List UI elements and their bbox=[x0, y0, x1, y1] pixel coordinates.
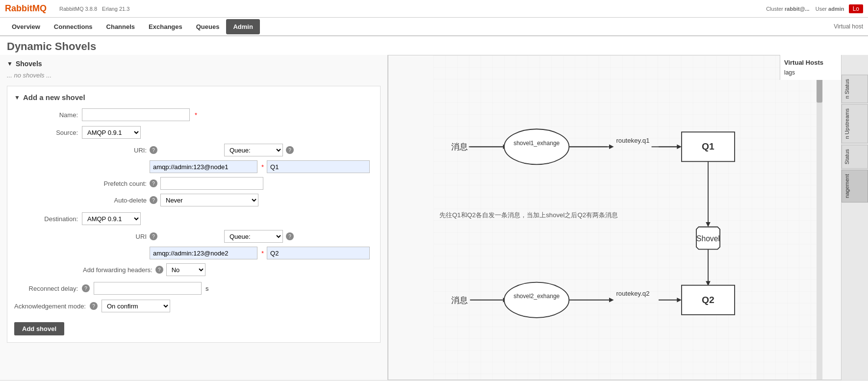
source-queue-input[interactable] bbox=[267, 160, 370, 173]
reconnect-help-icon[interactable]: ? bbox=[82, 284, 90, 292]
nav-overview[interactable]: Overview bbox=[5, 19, 47, 34]
nav-admin[interactable]: Admin bbox=[226, 19, 259, 34]
erlang-info: Erlang 21.3 bbox=[102, 6, 129, 12]
version-info: RabbitMQ 3.8.8 bbox=[59, 6, 97, 12]
fwd-headers-select[interactable]: No Yes bbox=[166, 263, 205, 276]
svg-text:Shovel: Shovel bbox=[696, 234, 720, 243]
destination-sub-form: URI ? Queue: Exchange: ? * bbox=[83, 230, 373, 276]
cluster-label: Cluster bbox=[766, 6, 783, 12]
svg-text:shovel2_exhange: shovel2_exhange bbox=[513, 293, 560, 300]
nav-exchanges[interactable]: Exchanges bbox=[142, 19, 189, 34]
source-uri-value-row: * bbox=[83, 160, 373, 173]
reconnect-row: Reconnect delay: ? s bbox=[14, 282, 373, 295]
add-shovel-section: ▼ Add a new shovel Name: * Source: AMQP … bbox=[7, 86, 381, 343]
svg-point-7 bbox=[504, 129, 569, 164]
shovels-arrow-icon: ▼ bbox=[7, 60, 13, 67]
main-layout: ▼ Shovels ... no shovels ... ▼ Add a new… bbox=[0, 55, 868, 380]
svg-text:Q2: Q2 bbox=[702, 295, 715, 305]
dest-uri-input[interactable] bbox=[150, 247, 257, 259]
add-shovel-button[interactable]: Add shovel bbox=[14, 322, 64, 335]
page-title: Dynamic Shovels bbox=[0, 36, 868, 55]
svg-text:Q1: Q1 bbox=[702, 141, 715, 152]
dest-uri-help-icon[interactable]: ? bbox=[150, 232, 157, 240]
dest-queue-type-help-icon[interactable]: ? bbox=[286, 232, 294, 240]
name-label: Name: bbox=[14, 111, 78, 119]
source-uri-label: URI: bbox=[83, 147, 147, 154]
name-row: Name: * bbox=[14, 108, 373, 121]
source-prefetch-help-icon[interactable]: ? bbox=[150, 179, 157, 187]
svg-text:routekey.q2: routekey.q2 bbox=[616, 290, 649, 297]
right-diagram-panel: 消息 shovel1_exhange routekey.q1 Q1 Sh bbox=[387, 55, 868, 380]
sidebar-upstreams-item[interactable]: n Upstreams bbox=[842, 104, 868, 143]
destination-label: Destination: bbox=[14, 215, 78, 223]
shovels-section-header[interactable]: ▼ Shovels bbox=[7, 60, 381, 68]
source-uri-required: * bbox=[261, 163, 264, 171]
cluster-value: rabbit@... bbox=[785, 6, 809, 12]
source-uri-input[interactable] bbox=[150, 160, 257, 173]
logout-button[interactable]: Lo bbox=[849, 4, 863, 13]
name-required-star: * bbox=[195, 111, 197, 119]
source-sub-form: URI: ? Queue: Exchange: ? * bbox=[83, 144, 373, 206]
ack-mode-select[interactable]: On confirm On publish No ack bbox=[102, 300, 170, 312]
sidebar-status-item[interactable]: n Status bbox=[842, 75, 868, 103]
name-input[interactable] bbox=[82, 108, 190, 121]
diagram-svg: 消息 shovel1_exhange routekey.q1 Q1 Sh bbox=[388, 55, 868, 380]
ack-mode-label: Acknowledgement mode: bbox=[14, 303, 86, 310]
ack-mode-row: Acknowledgement mode: ? On confirm On pu… bbox=[14, 300, 373, 312]
dest-queue-type-select[interactable]: Queue: Exchange: bbox=[224, 230, 283, 243]
source-queue-type-select[interactable]: Queue: Exchange: bbox=[224, 144, 283, 156]
source-auto-delete-label: Auto-delete bbox=[83, 197, 147, 204]
source-auto-delete-select[interactable]: Never After initial length On confirm bbox=[160, 194, 258, 206]
right-sidebar-strip: n Status n Upstreams Status nagement bbox=[841, 55, 868, 380]
source-prefetch-input[interactable] bbox=[160, 177, 263, 190]
source-auto-delete-help-icon[interactable]: ? bbox=[150, 196, 157, 204]
reconnect-input[interactable] bbox=[94, 282, 202, 295]
add-shovel-title[interactable]: ▼ Add a new shovel bbox=[14, 93, 373, 102]
user-label: User bbox=[816, 6, 827, 12]
nav-bar: Overview Connections Channels Exchanges … bbox=[0, 18, 868, 36]
cluster-info: Cluster rabbit@... User admin Lo bbox=[766, 4, 863, 13]
source-auto-delete-row: Auto-delete ? Never After initial length… bbox=[83, 194, 373, 206]
reconnect-label: Reconnect delay: bbox=[14, 285, 78, 292]
svg-rect-35 bbox=[817, 55, 822, 380]
nav-right: Virtual host bbox=[834, 23, 863, 30]
nav-queues[interactable]: Queues bbox=[189, 19, 227, 34]
add-shovel-arrow-icon: ▼ bbox=[14, 94, 20, 101]
dest-uri-label: URI bbox=[83, 233, 147, 240]
nav-channels[interactable]: Channels bbox=[100, 19, 142, 34]
svg-point-26 bbox=[504, 282, 569, 318]
source-label: Source: bbox=[14, 129, 78, 136]
svg-text:消息: 消息 bbox=[451, 296, 468, 305]
left-panel: ▼ Shovels ... no shovels ... ▼ Add a new… bbox=[0, 55, 387, 380]
source-prefetch-row: Prefetch count: ? bbox=[83, 177, 373, 190]
top-bar: RabbitMQ RabbitMQ 3.8.8 Erlang 21.3 Clus… bbox=[0, 0, 868, 18]
no-shovels-text: ... no shovels ... bbox=[7, 72, 381, 79]
source-prefetch-label: Prefetch count: bbox=[83, 180, 147, 187]
add-shovel-heading: Add a new shovel bbox=[23, 93, 85, 102]
ack-mode-help-icon[interactable]: ? bbox=[90, 302, 98, 310]
destination-row: Destination: AMQP 0.9.1 AMQP 1.0 bbox=[14, 212, 373, 225]
source-uri-help-icon[interactable]: ? bbox=[150, 146, 157, 154]
reconnect-unit: s bbox=[205, 285, 209, 292]
svg-text:先往Q1和Q2各自发一条消息，当加上shovel之后Q2有两: 先往Q1和Q2各自发一条消息，当加上shovel之后Q2有两条消息 bbox=[439, 211, 618, 219]
source-uri-row: URI: ? Queue: Exchange: ? bbox=[83, 144, 373, 156]
svg-text:shovel1_exhange: shovel1_exhange bbox=[513, 140, 560, 147]
fwd-headers-label: Add forwarding headers: bbox=[83, 266, 153, 274]
fwd-headers-help-icon[interactable]: ? bbox=[155, 266, 163, 274]
sidebar-management-item[interactable]: nagement bbox=[842, 170, 868, 203]
source-row: Source: AMQP 0.9.1 AMQP 1.0 bbox=[14, 126, 373, 139]
dest-queue-input[interactable] bbox=[267, 247, 370, 259]
dest-uri-row: URI ? Queue: Exchange: ? bbox=[83, 230, 373, 243]
user-value: admin bbox=[828, 6, 844, 12]
virtual-host-selector[interactable]: Virtual host bbox=[834, 23, 863, 30]
destination-select[interactable]: AMQP 0.9.1 AMQP 1.0 bbox=[82, 212, 141, 225]
svg-text:消息: 消息 bbox=[451, 142, 468, 152]
source-queue-type-help-icon[interactable]: ? bbox=[286, 146, 294, 154]
shovels-title: Shovels bbox=[16, 60, 42, 68]
nav-connections[interactable]: Connections bbox=[47, 19, 100, 34]
svg-text:routekey.q1: routekey.q1 bbox=[616, 137, 649, 144]
sidebar-shovel-status-item[interactable]: Status bbox=[842, 145, 868, 169]
fwd-headers-row: Add forwarding headers: ? No Yes bbox=[83, 263, 373, 276]
logo: RabbitMQ bbox=[5, 3, 47, 14]
source-select[interactable]: AMQP 0.9.1 AMQP 1.0 bbox=[82, 126, 141, 139]
